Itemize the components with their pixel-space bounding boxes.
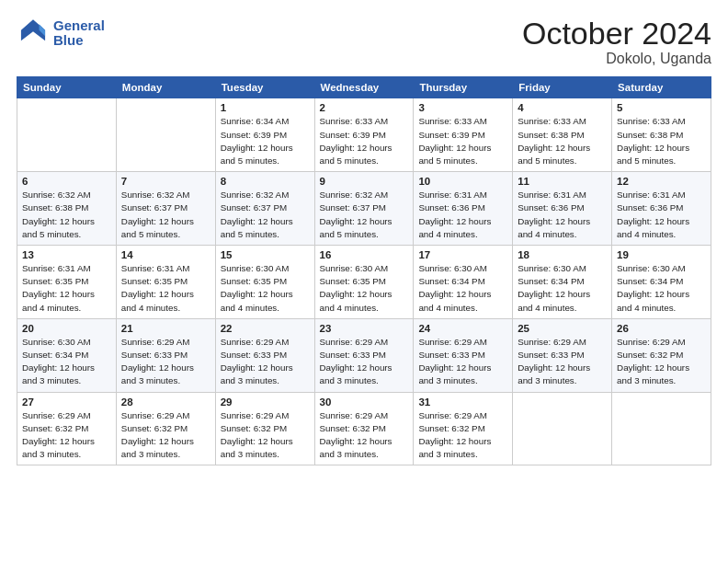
day-info: Sunrise: 6:30 AMSunset: 6:35 PMDaylight:… [320, 262, 409, 315]
day-number: 28 [121, 396, 210, 408]
weekday-header-tuesday: Tuesday [215, 77, 314, 98]
month-title: October 2024 [522, 17, 711, 51]
calendar-cell: 6Sunrise: 6:32 AMSunset: 6:38 PMDaylight… [17, 172, 117, 246]
calendar-cell [612, 392, 711, 465]
calendar-cell: 11Sunrise: 6:31 AMSunset: 6:36 PMDayligh… [513, 172, 612, 246]
day-number: 12 [617, 176, 706, 187]
header: General Blue October 2024 Dokolo, Uganda [17, 17, 711, 67]
day-info: Sunrise: 6:29 AMSunset: 6:33 PMDaylight:… [418, 336, 507, 388]
calendar-cell: 13Sunrise: 6:31 AMSunset: 6:35 PMDayligh… [17, 246, 117, 319]
day-info: Sunrise: 6:32 AMSunset: 6:37 PMDaylight:… [221, 189, 310, 241]
weekday-header-wednesday: Wednesday [314, 77, 414, 98]
day-number: 29 [221, 396, 310, 408]
day-info: Sunrise: 6:33 AMSunset: 6:38 PMDaylight:… [518, 115, 607, 167]
calendar-cell: 27Sunrise: 6:29 AMSunset: 6:32 PMDayligh… [17, 392, 117, 465]
day-info: Sunrise: 6:29 AMSunset: 6:33 PMDaylight:… [518, 336, 607, 388]
day-info: Sunrise: 6:32 AMSunset: 6:37 PMDaylight:… [121, 189, 210, 241]
calendar-cell [116, 98, 215, 172]
day-info: Sunrise: 6:32 AMSunset: 6:38 PMDaylight:… [22, 189, 111, 241]
calendar-cell: 21Sunrise: 6:29 AMSunset: 6:33 PMDayligh… [116, 318, 215, 392]
day-info: Sunrise: 6:32 AMSunset: 6:37 PMDaylight:… [320, 189, 409, 241]
calendar-cell: 12Sunrise: 6:31 AMSunset: 6:36 PMDayligh… [612, 172, 711, 246]
day-info: Sunrise: 6:31 AMSunset: 6:36 PMDaylight:… [617, 189, 706, 241]
weekday-header-monday: Monday [116, 77, 215, 98]
calendar-cell: 10Sunrise: 6:31 AMSunset: 6:36 PMDayligh… [414, 172, 513, 246]
day-info: Sunrise: 6:31 AMSunset: 6:35 PMDaylight:… [22, 262, 111, 315]
day-number: 17 [418, 249, 507, 260]
calendar-cell: 28Sunrise: 6:29 AMSunset: 6:32 PMDayligh… [116, 392, 215, 465]
calendar-cell: 8Sunrise: 6:32 AMSunset: 6:37 PMDaylight… [215, 172, 314, 246]
day-info: Sunrise: 6:29 AMSunset: 6:32 PMDaylight:… [320, 409, 409, 462]
calendar-cell: 25Sunrise: 6:29 AMSunset: 6:33 PMDayligh… [513, 318, 612, 392]
day-number: 4 [518, 102, 607, 113]
logo-line2: Blue [53, 33, 105, 49]
day-number: 24 [418, 323, 507, 334]
day-info: Sunrise: 6:29 AMSunset: 6:33 PMDaylight:… [121, 336, 210, 388]
calendar-cell: 31Sunrise: 6:29 AMSunset: 6:32 PMDayligh… [414, 392, 513, 465]
day-number: 6 [22, 176, 111, 187]
week-row-0: 1Sunrise: 6:34 AMSunset: 6:39 PMDaylight… [17, 98, 711, 172]
day-number: 2 [320, 102, 409, 113]
day-info: Sunrise: 6:30 AMSunset: 6:34 PMDaylight:… [518, 262, 607, 315]
day-number: 10 [418, 176, 507, 187]
day-info: Sunrise: 6:31 AMSunset: 6:35 PMDaylight:… [121, 262, 210, 315]
day-info: Sunrise: 6:30 AMSunset: 6:35 PMDaylight:… [221, 262, 310, 315]
day-info: Sunrise: 6:34 AMSunset: 6:39 PMDaylight:… [221, 115, 310, 167]
day-number: 19 [617, 249, 706, 260]
day-number: 8 [221, 176, 310, 187]
calendar-cell: 14Sunrise: 6:31 AMSunset: 6:35 PMDayligh… [116, 246, 215, 319]
week-row-1: 6Sunrise: 6:32 AMSunset: 6:38 PMDaylight… [17, 172, 711, 246]
day-number: 1 [221, 102, 310, 113]
title-block: October 2024 Dokolo, Uganda [522, 17, 711, 67]
day-info: Sunrise: 6:33 AMSunset: 6:38 PMDaylight:… [617, 115, 706, 167]
day-info: Sunrise: 6:30 AMSunset: 6:34 PMDaylight:… [418, 262, 507, 315]
day-number: 9 [320, 176, 409, 187]
day-number: 27 [22, 396, 111, 408]
calendar-cell: 4Sunrise: 6:33 AMSunset: 6:38 PMDaylight… [513, 98, 612, 172]
calendar-cell: 16Sunrise: 6:30 AMSunset: 6:35 PMDayligh… [314, 246, 414, 319]
day-number: 20 [22, 323, 111, 334]
calendar-cell: 22Sunrise: 6:29 AMSunset: 6:33 PMDayligh… [215, 318, 314, 392]
calendar-cell: 7Sunrise: 6:32 AMSunset: 6:37 PMDaylight… [116, 172, 215, 246]
logo-icon [17, 17, 50, 50]
day-number: 22 [221, 323, 310, 334]
day-info: Sunrise: 6:29 AMSunset: 6:32 PMDaylight:… [617, 336, 706, 388]
day-number: 11 [518, 176, 607, 187]
calendar-cell: 20Sunrise: 6:30 AMSunset: 6:34 PMDayligh… [17, 318, 117, 392]
day-number: 26 [617, 323, 706, 334]
day-info: Sunrise: 6:29 AMSunset: 6:32 PMDaylight:… [22, 409, 111, 462]
day-info: Sunrise: 6:29 AMSunset: 6:33 PMDaylight:… [221, 336, 310, 388]
calendar-cell: 17Sunrise: 6:30 AMSunset: 6:34 PMDayligh… [414, 246, 513, 319]
calendar-cell: 9Sunrise: 6:32 AMSunset: 6:37 PMDaylight… [314, 172, 414, 246]
calendar-cell: 24Sunrise: 6:29 AMSunset: 6:33 PMDayligh… [414, 318, 513, 392]
day-info: Sunrise: 6:29 AMSunset: 6:32 PMDaylight:… [121, 409, 210, 462]
day-number: 21 [121, 323, 210, 334]
calendar-cell: 1Sunrise: 6:34 AMSunset: 6:39 PMDaylight… [215, 98, 314, 172]
day-number: 5 [617, 102, 706, 113]
calendar-table: SundayMondayTuesdayWednesdayThursdayFrid… [17, 76, 711, 465]
day-info: Sunrise: 6:29 AMSunset: 6:32 PMDaylight:… [418, 409, 507, 462]
logo-line1: General [53, 18, 105, 34]
day-number: 30 [320, 396, 409, 408]
page: General Blue October 2024 Dokolo, Uganda… [0, 0, 728, 563]
logo-text: General Blue [53, 18, 105, 49]
calendar-cell: 30Sunrise: 6:29 AMSunset: 6:32 PMDayligh… [314, 392, 414, 465]
calendar-cell: 23Sunrise: 6:29 AMSunset: 6:33 PMDayligh… [314, 318, 414, 392]
day-number: 7 [121, 176, 210, 187]
calendar-header: SundayMondayTuesdayWednesdayThursdayFrid… [17, 77, 711, 98]
day-info: Sunrise: 6:30 AMSunset: 6:34 PMDaylight:… [22, 336, 111, 388]
day-info: Sunrise: 6:29 AMSunset: 6:32 PMDaylight:… [221, 409, 310, 462]
day-number: 31 [418, 396, 507, 408]
week-row-2: 13Sunrise: 6:31 AMSunset: 6:35 PMDayligh… [17, 246, 711, 319]
calendar-cell: 26Sunrise: 6:29 AMSunset: 6:32 PMDayligh… [612, 318, 711, 392]
day-number: 25 [518, 323, 607, 334]
weekday-header-sunday: Sunday [17, 77, 117, 98]
day-info: Sunrise: 6:30 AMSunset: 6:34 PMDaylight:… [617, 262, 706, 315]
day-info: Sunrise: 6:33 AMSunset: 6:39 PMDaylight:… [320, 115, 409, 167]
day-info: Sunrise: 6:33 AMSunset: 6:39 PMDaylight:… [418, 115, 507, 167]
day-info: Sunrise: 6:31 AMSunset: 6:36 PMDaylight:… [518, 189, 607, 241]
calendar-body: 1Sunrise: 6:34 AMSunset: 6:39 PMDaylight… [17, 98, 711, 465]
weekday-header-friday: Friday [513, 77, 612, 98]
calendar-cell: 2Sunrise: 6:33 AMSunset: 6:39 PMDaylight… [314, 98, 414, 172]
calendar-cell: 29Sunrise: 6:29 AMSunset: 6:32 PMDayligh… [215, 392, 314, 465]
